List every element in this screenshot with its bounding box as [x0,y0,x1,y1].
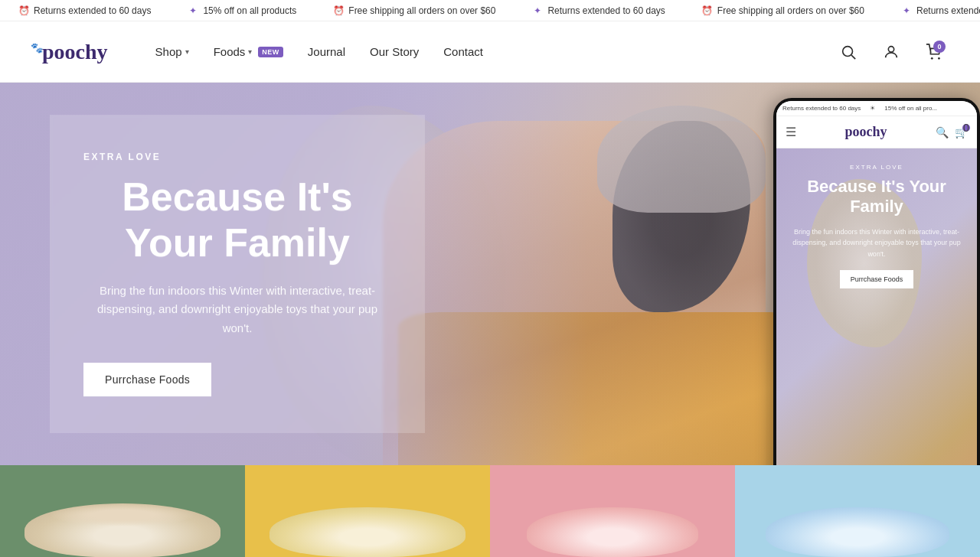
ticker-icon: ⏰ [18,5,29,16]
mobile-eyebrow: EXTRA LOVE [789,164,965,171]
product-card-1[interactable] [0,465,245,557]
cart-count: 0 [933,41,946,53]
nav-journal[interactable]: Journal [297,39,356,64]
product-card-2[interactable] [245,465,490,557]
hero-eyebrow: EXTRA LOVE [83,151,391,162]
mobile-cart-icon[interactable]: 🛒 0 [955,126,968,138]
product-bg-4 [735,465,980,557]
header: 🐾poochy Shop ▾ Foods ▾ NEW Journal Our S… [0,21,980,83]
hamburger-icon[interactable]: ☰ [786,125,796,139]
hero-cta-button[interactable]: Purrchase Foods [83,363,211,396]
ticker-bar: ⏰Returns extended to 60 days✦15% off on … [0,0,980,21]
mobile-search-icon[interactable]: 🔍 [936,126,949,138]
ticker-item: ⏰Free shipping all orders on over $60 [684,5,883,16]
main-nav: Shop ▾ Foods ▾ NEW Journal Our Story Con… [145,39,833,64]
product-bg-3 [490,465,735,557]
account-button[interactable] [876,37,906,67]
hero-section: EXTRA LOVE Because It's Your Family Brin… [0,83,980,465]
mobile-preview: Returns extended to 60 days ☀ 15% off on… [773,98,980,465]
ticker-item: ⏰Free shipping all orders on over $60 [315,5,514,16]
search-icon [840,44,857,60]
ticker-item: ✦Returns extended to 60 days [883,5,980,16]
bowl-icon-2 [270,507,466,557]
svg-line-1 [851,55,855,59]
bowl-icon-3 [527,507,698,557]
user-icon [883,44,900,60]
mobile-header-icons: 🔍 🛒 0 [936,126,968,138]
cart-button[interactable]: 0 [919,37,949,67]
mobile-logo: poochy [844,124,887,140]
hero-subtitle: Bring the fun indoors this Winter with i… [83,282,391,338]
ticker-item: ✦Returns extended to 60 days [514,5,683,16]
ticker-icon: ✦ [532,5,543,16]
mobile-hero: EXTRA LOVE Because It's Your Family Brin… [776,148,977,465]
mobile-cart-count: 0 [962,124,970,132]
ticker-inner: ⏰Returns extended to 60 days✦15% off on … [0,5,980,16]
mobile-header: ☰ poochy 🔍 🛒 0 [776,116,977,148]
ticker-icon: ⏰ [702,5,713,16]
nav-contact[interactable]: Contact [433,39,494,64]
logo-text: 🐾poochy [31,40,108,64]
ticker-icon: ✦ [188,5,198,16]
svg-point-0 [843,46,853,56]
nav-shop[interactable]: Shop ▾ [145,39,200,64]
ticker-item: ✦15% off on all products [169,5,315,16]
header-icons: 0 [833,37,949,67]
svg-point-4 [938,57,940,59]
mobile-screen: Returns extended to 60 days ☀ 15% off on… [776,101,977,465]
hero-title: Because It's Your Family [83,174,391,266]
product-bg-2 [245,465,490,557]
svg-point-3 [931,57,933,59]
product-card-3[interactable] [490,465,735,557]
nav-foods[interactable]: Foods ▾ NEW [203,39,294,64]
search-button[interactable] [833,37,864,67]
mobile-ticker: Returns extended to 60 days ☀ 15% off on… [776,101,977,116]
ticker-item: ⏰Returns extended to 60 days [0,5,169,16]
product-card-4[interactable] [735,465,980,557]
hero-card: EXTRA LOVE Because It's Your Family Brin… [50,115,425,433]
product-bg-1 [0,465,245,557]
new-badge: NEW [258,47,283,57]
svg-point-2 [888,46,893,51]
cart-badge: 0 [926,44,942,60]
chevron-down-icon: ▾ [185,47,189,56]
mobile-title: Because It's Your Family [789,177,965,217]
ticker-icon: ✦ [901,5,912,16]
mobile-hero-content: EXTRA LOVE Because It's Your Family Brin… [776,148,977,304]
ticker-icon: ⏰ [333,5,344,16]
product-strip [0,465,980,557]
mobile-subtitle: Bring the fun indoors this Winter with i… [789,226,965,259]
kibble-1 [49,503,196,526]
chevron-down-icon: ▾ [248,47,252,56]
logo[interactable]: 🐾poochy [31,40,108,64]
nav-our-story[interactable]: Our Story [359,39,430,64]
bowl-icon-4 [766,507,949,557]
mobile-cta-button[interactable]: Purrchase Foods [840,270,914,288]
